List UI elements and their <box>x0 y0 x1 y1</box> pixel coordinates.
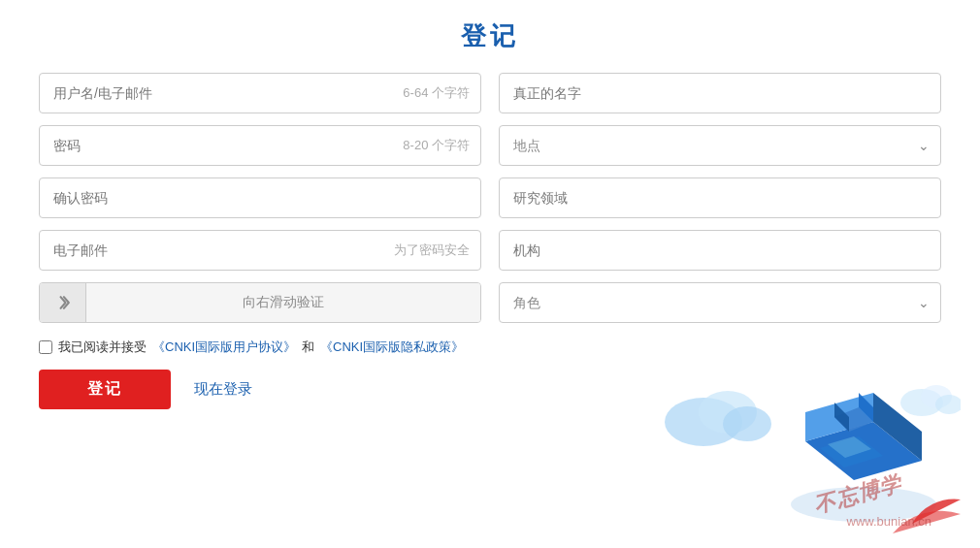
agreement-link2[interactable]: 《CNKI国际版隐私政策》 <box>320 338 464 356</box>
btn-row: 登记 现在登录 <box>39 370 941 409</box>
username-field-wrapper: 6-64 个字符 <box>39 73 481 113</box>
agreement-middle: 和 <box>302 338 314 356</box>
slider-track[interactable]: 向右滑动验证 <box>86 283 480 322</box>
username-input[interactable] <box>39 73 481 113</box>
role-select[interactable]: 角色学生教师研究员其他 <box>499 282 941 323</box>
chevron-right-icon <box>53 293 73 312</box>
register-button[interactable]: 登记 <box>39 370 171 409</box>
page-container: 登记 6-64 个字符 8-20 个字符 为了密码安全 <box>0 0 980 548</box>
svg-marker-7 <box>828 436 871 458</box>
password-field-wrapper: 8-20 个字符 <box>39 125 481 166</box>
agreement-link1[interactable]: 《CNKI国际版用户协议》 <box>152 338 296 356</box>
research-input[interactable] <box>499 177 941 218</box>
form-area: 6-64 个字符 8-20 个字符 为了密码安全 <box>39 73 941 323</box>
realname-input[interactable] <box>499 73 941 113</box>
svg-marker-6 <box>820 436 883 467</box>
watermark-text: 不忘博学 <box>811 469 905 521</box>
svg-point-11 <box>791 487 936 522</box>
location-select-wrapper: 地点中国美国英国日本其他 ⌄ <box>499 125 941 166</box>
agreement-checkbox[interactable] <box>39 340 52 354</box>
login-link[interactable]: 现在登录 <box>194 380 252 399</box>
slider-arrow-button[interactable] <box>40 283 86 322</box>
svg-point-2 <box>723 406 771 441</box>
svg-marker-3 <box>805 422 922 480</box>
bottom-area: 我已阅读并接受 《CNKI国际版用户协议》 和 《CNKI国际版隐私政策》 登记… <box>39 338 941 409</box>
institution-input[interactable] <box>499 230 941 271</box>
confirm-password-input[interactable] <box>39 177 481 218</box>
form-right: 地点中国美国英国日本其他 ⌄ 角色学生教师研究员其他 ⌄ <box>499 73 941 323</box>
agreement-row: 我已阅读并接受 《CNKI国际版用户协议》 和 《CNKI国际版隐私政策》 <box>39 338 941 356</box>
page-title: 登记 <box>39 19 941 53</box>
location-select[interactable]: 地点中国美国英国日本其他 <box>499 125 941 166</box>
role-select-wrapper: 角色学生教师研究员其他 ⌄ <box>499 282 941 323</box>
email-field-wrapper: 为了密码安全 <box>39 230 481 271</box>
password-input[interactable] <box>39 125 481 166</box>
slider-row: 向右滑动验证 <box>39 282 481 323</box>
confirm-password-field-wrapper <box>39 177 481 218</box>
watermark-url: www.bunian.cn <box>847 514 931 529</box>
form-left: 6-64 个字符 8-20 个字符 为了密码安全 <box>39 73 481 323</box>
svg-marker-8 <box>834 407 873 432</box>
email-input[interactable] <box>39 230 481 271</box>
agreement-prefix: 我已阅读并接受 <box>58 338 147 356</box>
slider-text: 向右滑动验证 <box>243 294 324 311</box>
